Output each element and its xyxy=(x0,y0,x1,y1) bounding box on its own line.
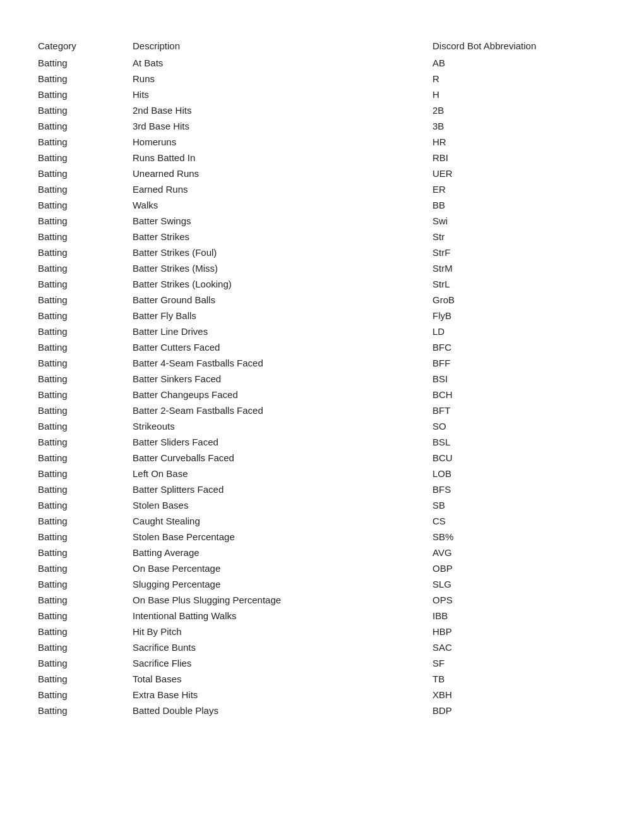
table-row: BattingBatter Cutters FacedBFC xyxy=(38,339,606,355)
cell-abbreviation: StrF xyxy=(432,245,606,260)
table-row: BattingWalksBB xyxy=(38,197,606,213)
cell-abbreviation: BDP xyxy=(432,703,606,718)
cell-description: Caught Stealing xyxy=(133,513,432,529)
table-row: BattingBatted Double PlaysBDP xyxy=(38,703,606,718)
table-row: BattingHit By PitchHBP xyxy=(38,624,606,639)
cell-abbreviation: LD xyxy=(432,323,606,339)
table-row: BattingBatter Sinkers FacedBSI xyxy=(38,371,606,387)
cell-category: Batting xyxy=(38,450,133,466)
cell-description: Earned Runs xyxy=(133,181,432,197)
cell-description: Total Bases xyxy=(133,671,432,687)
table-row: BattingBatter Ground BallsGroB xyxy=(38,292,606,308)
cell-abbreviation: SLG xyxy=(432,576,606,592)
cell-category: Batting xyxy=(38,608,133,624)
cell-category: Batting xyxy=(38,576,133,592)
cell-description: Hit By Pitch xyxy=(133,624,432,639)
cell-category: Batting xyxy=(38,655,133,671)
table-row: BattingUnearned RunsUER xyxy=(38,166,606,181)
table-row: BattingBatter Sliders FacedBSL xyxy=(38,434,606,450)
table-row: Batting3rd Base Hits3B xyxy=(38,118,606,134)
cell-category: Batting xyxy=(38,387,133,402)
cell-category: Batting xyxy=(38,418,133,434)
cell-abbreviation: IBB xyxy=(432,608,606,624)
table-row: BattingStrikeoutsSO xyxy=(38,418,606,434)
table-row: BattingSacrifice BuntsSAC xyxy=(38,639,606,655)
cell-abbreviation: BSL xyxy=(432,434,606,450)
cell-description: Batting Average xyxy=(133,545,432,560)
cell-category: Batting xyxy=(38,292,133,308)
cell-description: Batter 2-Seam Fastballs Faced xyxy=(133,402,432,418)
cell-abbreviation: BCU xyxy=(432,450,606,466)
table-row: BattingHitsH xyxy=(38,87,606,102)
table-row: BattingTotal BasesTB xyxy=(38,671,606,687)
cell-abbreviation: StrM xyxy=(432,260,606,276)
cell-description: Strikeouts xyxy=(133,418,432,434)
cell-abbreviation: H xyxy=(432,87,606,102)
cell-abbreviation: OBP xyxy=(432,560,606,576)
cell-description: Batted Double Plays xyxy=(133,703,432,718)
cell-abbreviation: SB xyxy=(432,497,606,513)
cell-abbreviation: BFT xyxy=(432,402,606,418)
table-row: BattingBatter Strikes (Miss)StrM xyxy=(38,260,606,276)
cell-category: Batting xyxy=(38,545,133,560)
cell-category: Batting xyxy=(38,466,133,481)
header-description: Description xyxy=(133,38,432,55)
cell-description: Intentional Batting Walks xyxy=(133,608,432,624)
cell-category: Batting xyxy=(38,371,133,387)
cell-description: Walks xyxy=(133,197,432,213)
cell-category: Batting xyxy=(38,276,133,292)
cell-description: On Base Percentage xyxy=(133,560,432,576)
table-row: BattingIntentional Batting WalksIBB xyxy=(38,608,606,624)
cell-category: Batting xyxy=(38,181,133,197)
cell-category: Batting xyxy=(38,87,133,102)
cell-category: Batting xyxy=(38,560,133,576)
table-row: BattingCaught StealingCS xyxy=(38,513,606,529)
cell-abbreviation: SO xyxy=(432,418,606,434)
cell-description: Sacrifice Bunts xyxy=(133,639,432,655)
table-row: BattingEarned RunsER xyxy=(38,181,606,197)
cell-description: Batter Cutters Faced xyxy=(133,339,432,355)
cell-abbreviation: AVG xyxy=(432,545,606,560)
cell-abbreviation: ER xyxy=(432,181,606,197)
cell-description: Left On Base xyxy=(133,466,432,481)
cell-category: Batting xyxy=(38,624,133,639)
cell-category: Batting xyxy=(38,150,133,166)
cell-description: 2nd Base Hits xyxy=(133,102,432,118)
cell-description: At Bats xyxy=(133,55,432,71)
table-row: BattingBatter 2-Seam Fastballs FacedBFT xyxy=(38,402,606,418)
cell-category: Batting xyxy=(38,197,133,213)
table-row: BattingExtra Base HitsXBH xyxy=(38,687,606,703)
cell-abbreviation: SAC xyxy=(432,639,606,655)
cell-description: Batter 4-Seam Fastballs Faced xyxy=(133,355,432,371)
cell-abbreviation: BCH xyxy=(432,387,606,402)
cell-abbreviation: BFF xyxy=(432,355,606,371)
cell-description: Hits xyxy=(133,87,432,102)
table-row: BattingSacrifice FliesSF xyxy=(38,655,606,671)
cell-category: Batting xyxy=(38,55,133,71)
cell-description: Batter Strikes (Looking) xyxy=(133,276,432,292)
cell-description: Batter Strikes (Miss) xyxy=(133,260,432,276)
table-row: BattingAt BatsAB xyxy=(38,55,606,71)
cell-description: Batter Splitters Faced xyxy=(133,481,432,497)
cell-abbreviation: SF xyxy=(432,655,606,671)
cell-category: Batting xyxy=(38,245,133,260)
cell-abbreviation: BB xyxy=(432,197,606,213)
cell-category: Batting xyxy=(38,497,133,513)
table-row: BattingBatter Fly BallsFlyB xyxy=(38,308,606,323)
table-row: BattingSlugging PercentageSLG xyxy=(38,576,606,592)
cell-description: Unearned Runs xyxy=(133,166,432,181)
cell-description: Batter Swings xyxy=(133,213,432,229)
cell-category: Batting xyxy=(38,229,133,245)
table-row: BattingBatter Splitters FacedBFS xyxy=(38,481,606,497)
cell-category: Batting xyxy=(38,118,133,134)
table-row: BattingBatter SwingsSwi xyxy=(38,213,606,229)
cell-abbreviation: GroB xyxy=(432,292,606,308)
table-row: BattingOn Base Plus Slugging PercentageO… xyxy=(38,592,606,608)
cell-description: Slugging Percentage xyxy=(133,576,432,592)
cell-abbreviation: R xyxy=(432,71,606,87)
cell-description: Batter Changeups Faced xyxy=(133,387,432,402)
table-row: BattingBatting AverageAVG xyxy=(38,545,606,560)
table-row: BattingBatter StrikesStr xyxy=(38,229,606,245)
table-row: BattingStolen Base PercentageSB% xyxy=(38,529,606,545)
table-row: BattingBatter Changeups FacedBCH xyxy=(38,387,606,402)
